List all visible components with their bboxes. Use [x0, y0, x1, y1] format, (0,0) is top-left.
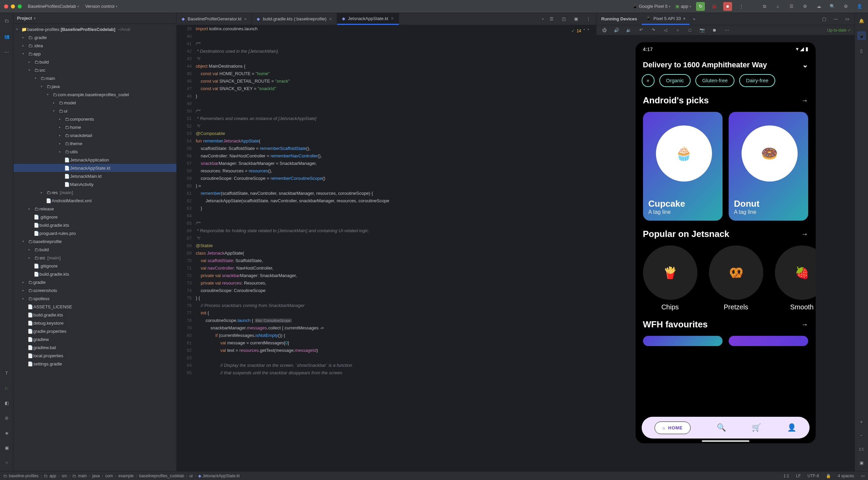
structure-tool-button[interactable]: 👥 [2, 32, 11, 41]
close-icon[interactable]: × [683, 16, 685, 21]
find-button[interactable]: 🔍 [828, 2, 837, 11]
code-line[interactable]: coroutineScope: CoroutineScope = remembe… [196, 175, 596, 182]
tree-item-assets_license[interactable]: 📄ASSETS_LICENSE [14, 303, 176, 311]
tree-item-components[interactable]: ▸🗀components [14, 115, 176, 123]
section-header[interactable]: Popular on Jetsnack → [643, 229, 808, 239]
code-line[interactable]: * Responsible for holding state related … [196, 227, 596, 235]
code-line[interactable]: */ [196, 235, 596, 242]
editor-tab[interactable]: ◆BaselineProfileGenerator.kt× [177, 13, 252, 25]
editor-more[interactable]: ⋮ [584, 15, 593, 23]
power-button[interactable]: ⏻ [600, 26, 609, 35]
tree-item-gradle[interactable]: ▸🗀.gradle [14, 33, 176, 41]
breadcrumb-segment[interactable]: example [118, 474, 134, 478]
code-line[interactable] [196, 212, 596, 220]
picks-row[interactable]: 🧁CupcakeA tag line🍩DonutA tag line [636, 107, 816, 225]
code-line[interactable]: */ [196, 55, 596, 63]
code-with-me-button[interactable]: ⧉ [760, 2, 769, 11]
tree-item-src2[interactable]: ▸🗀src [main] [14, 254, 176, 262]
code-line[interactable]: class JetsnackAppState( [196, 250, 596, 257]
code-line[interactable]: * Destinations used in the [JetsnackMain… [196, 48, 596, 55]
code-line[interactable]: } [196, 205, 596, 212]
code-line[interactable]: import kotlinx.coroutines.launch [196, 25, 596, 33]
code-line[interactable]: object MainDestinations { [196, 63, 596, 70]
tree-item-proguard[interactable]: 📄proguard-rules.pro [14, 229, 176, 237]
code-line[interactable]: coroutineScope.launch { this: CoroutineS… [196, 317, 596, 324]
filter-chip[interactable]: Gluten-free [695, 74, 734, 87]
code-line[interactable]: remember(scaffoldState, navController, s… [196, 190, 596, 197]
nav-profile[interactable]: 👤 [787, 423, 796, 432]
code-line[interactable]: // that suspends until the snackbar disa… [196, 369, 596, 377]
code-line[interactable] [196, 100, 596, 107]
breadcrumb-segment[interactable]: 🗀main [72, 474, 87, 478]
tree-item-jetsnack_main[interactable]: 📄JetsnackMain.kt [14, 172, 176, 180]
zoom-in-button[interactable]: ＋ [857, 417, 866, 426]
maximize-window[interactable] [18, 4, 22, 8]
code-line[interactable]: val message = currentMessages[0] [196, 339, 596, 347]
breadcrumb-segment[interactable]: java [92, 474, 100, 478]
nav-home[interactable]: ⌂ HOME [655, 422, 691, 434]
section-header[interactable]: WFH favourites → [643, 319, 808, 330]
code-line[interactable] [196, 33, 596, 40]
code-line[interactable]: navController: NavHostController = remem… [196, 152, 596, 160]
pick-card[interactable]: 🧁CupcakeA tag line [643, 112, 723, 221]
popular-item[interactable]: 🥨Pretzels [709, 245, 763, 311]
code-line[interactable]: fun rememberJetsnackAppState( [196, 137, 596, 145]
tree-item-release[interactable]: ▸🗀release [14, 205, 176, 213]
tree-item-build_gradle[interactable]: 📄build.gradle.kts [14, 221, 176, 229]
lock-icon[interactable]: 🔒 [826, 474, 831, 478]
tool-windows-button[interactable]: ☰ [787, 2, 796, 11]
tree-item-gradlew_bat[interactable]: 📄gradlew.bat [14, 343, 176, 352]
wfh-row[interactable] [636, 331, 816, 351]
code-line[interactable]: const val HOME_ROUTE = "home" [196, 70, 596, 78]
breadcrumb-segment[interactable]: 🗀baseline-profiles [3, 474, 38, 478]
minimize-window[interactable] [11, 4, 15, 8]
tree-item-baselineprofile[interactable]: ▾🗀baselineprofile [14, 237, 176, 245]
indent-setting[interactable]: 4 spaces [838, 474, 854, 478]
project-tool-button[interactable]: 🗀 [2, 16, 11, 25]
wfh-card[interactable] [729, 336, 808, 346]
code-line[interactable] [196, 354, 596, 362]
hide-button[interactable]: ▭ [843, 15, 852, 23]
rotate-left-button[interactable]: ↶ [637, 26, 645, 35]
rotate-right-button[interactable]: ↷ [649, 26, 658, 35]
code-line[interactable]: */ [196, 122, 596, 130]
code-line[interactable]: } [196, 92, 596, 100]
volume-down-button[interactable]: 🔉 [624, 26, 633, 35]
editor-tab[interactable]: ◆build.gradle.kts (:baselineprofile)× [252, 13, 337, 25]
delivery-address[interactable]: Delivery to 1600 Amphitheater Way ⌄ [636, 56, 816, 74]
sync-button[interactable]: ⚙ [801, 2, 810, 11]
overview-button[interactable]: □ [685, 26, 694, 35]
breadcrumb-segment[interactable]: src [62, 474, 67, 478]
filter-chip[interactable]: Organic [659, 74, 691, 87]
tree-item-gradle2[interactable]: ▸🗀gradle [14, 278, 176, 286]
close-icon[interactable]: × [329, 16, 332, 22]
chevron-up-icon[interactable]: ˄ [583, 27, 585, 35]
code-line[interactable]: val navController: NavHostController, [196, 264, 596, 272]
filter-menu-button[interactable]: ≡ [642, 74, 655, 87]
tree-item-settings_gradle[interactable]: 📄settings.gradle [14, 360, 176, 368]
code-line[interactable]: /** [196, 107, 596, 115]
tree-item-build[interactable]: ▸🗀build [14, 58, 176, 66]
tree-item-model[interactable]: ▸🗀model [14, 99, 176, 107]
nav-search[interactable]: 🔍 [717, 423, 726, 432]
code-line[interactable]: val text = resources.getText(message.mes… [196, 347, 596, 354]
project-panel-header[interactable]: Project ▾ [14, 13, 176, 24]
pick-card[interactable]: 🍩DonutA tag line [729, 112, 808, 221]
terminal-tool-button[interactable]: ▣ [2, 443, 11, 452]
code-line[interactable]: scaffoldState: ScaffoldState = rememberS… [196, 145, 596, 152]
minimize-button[interactable]: — [831, 15, 840, 23]
breadcrumb-segment[interactable]: ◆JetsnackAppState.kt [198, 474, 240, 478]
tree-item-pkg[interactable]: ▾🗀com.example.baselineprofiles_codel [14, 90, 176, 99]
editor-tab[interactable]: ◆JetsnackAppState.kt× [337, 13, 399, 25]
close-icon[interactable]: × [244, 16, 247, 22]
tree-item-utils[interactable]: ▸🗀utils [14, 148, 176, 156]
gesture-bar[interactable] [702, 440, 749, 442]
tree-item-idea[interactable]: ▸🗀.idea [14, 41, 176, 50]
wfh-card[interactable] [643, 336, 723, 346]
memory-indicator[interactable]: ▭ [861, 474, 865, 478]
code-line[interactable]: const val SNACK_ID_KEY = "snackId" [196, 85, 596, 92]
code-line[interactable]: @Composable [196, 130, 596, 137]
tree-item-theme[interactable]: ▸🗀theme [14, 139, 176, 148]
tree-item-gradle_props[interactable]: 📄gradle.properties [14, 327, 176, 335]
search-everywhere-button[interactable]: ⌕ [774, 2, 782, 11]
